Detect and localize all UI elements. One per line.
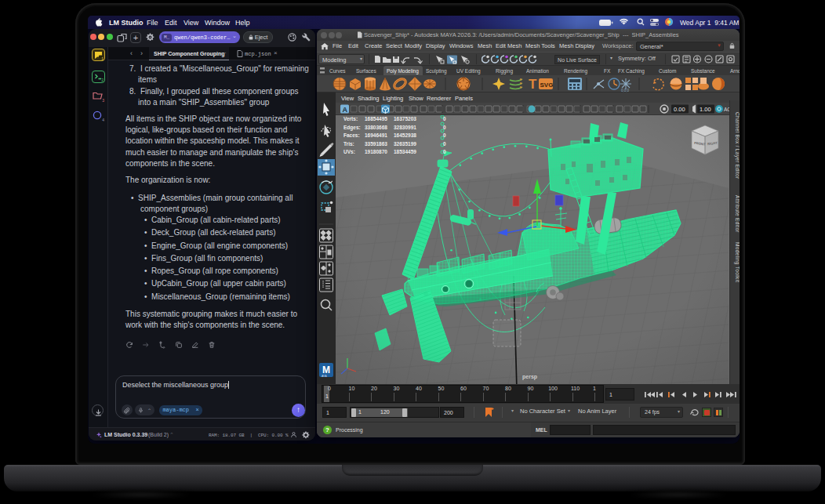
svg-text:SVG: SVG [540, 82, 554, 89]
svg-text:1.00: 1.00 [700, 106, 711, 113]
svg-text:A: A [343, 106, 348, 114]
svg-text:T: T [529, 77, 537, 92]
svg-text:AYA: AYA [322, 375, 327, 378]
svg-text:0.00: 0.00 [674, 106, 685, 113]
